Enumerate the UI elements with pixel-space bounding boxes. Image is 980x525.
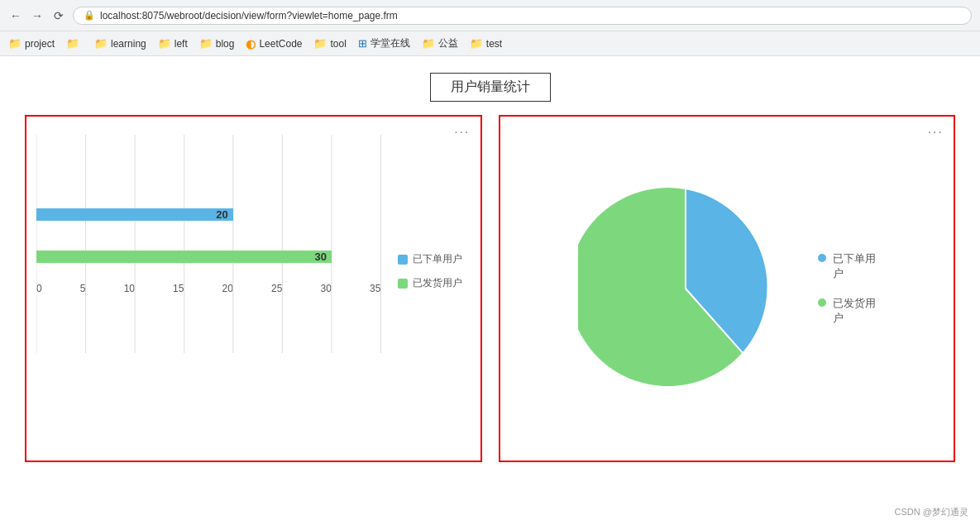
x-tick-25: 25 [271,283,282,294]
bookmark-label: test [486,38,502,50]
bar-value-2: 30 [314,251,326,263]
x-tick-10: 10 [124,283,135,294]
pie-legend-label-green: 已发货用户 [833,296,876,326]
bookmark-learning[interactable]: 📁 learning [94,37,146,50]
grid-svg [36,135,381,353]
pie-container: 已下单用户 已发货用户 [578,181,876,396]
forward-button[interactable]: → [30,8,45,23]
bookmark-leetcode[interactable]: ◐ LeetCode [246,37,302,50]
bookmark-label: project [25,38,55,50]
charts-row: ··· [25,115,955,462]
bookmark-label: learning [111,38,146,50]
bookmark-xuetang[interactable]: ⊞ 学堂在线 [358,36,410,50]
bar-value-1: 20 [216,208,227,221]
folder-icon: 📁 [66,37,79,50]
folder-icon: 📁 [199,37,213,50]
pie-legend: 已下单用户 已发货用户 [818,251,876,326]
legend-item-green: 已发货用户 [398,276,462,290]
bookmark-blog[interactable]: 📁 blog [199,37,235,50]
pie-legend-dot-green [818,298,826,307]
leet-icon: ◐ [246,37,256,50]
x-tick-20: 20 [222,283,233,294]
bar-row-1: 20 [36,208,381,221]
folder-icon: 📁 [470,37,483,50]
page-content: 用户销量统计 ··· [0,56,980,525]
bookmark-label: tool [330,38,346,50]
x-axis: 0 5 10 15 20 25 30 35 [36,283,381,294]
pie-svg [578,181,793,396]
pie-chart-menu[interactable]: ··· [928,125,944,140]
legend-item-blue: 已下单用户 [398,252,462,266]
legend-label-blue: 已下单用户 [413,252,462,266]
address-bar[interactable]: 🔒 localhost:8075/webroot/decision/view/f… [73,7,972,25]
folder-icon: 📁 [422,37,435,50]
bookmark-unnamed[interactable]: 📁 [66,37,83,50]
bar-chart-menu[interactable]: ··· [454,125,470,140]
x-tick-35: 35 [370,283,380,294]
bookmark-label: left [174,38,188,50]
browser-bar: ← → ⟳ 🔒 localhost:8075/webroot/decision/… [0,0,980,31]
folder-icon: 📁 [158,37,171,50]
x-tick-30: 30 [321,283,332,294]
grid-icon: ⊞ [358,37,367,50]
folder-icon: 📁 [313,37,327,50]
x-tick-15: 15 [173,283,184,294]
bookmark-label: 学堂在线 [370,36,410,50]
legend-dot-green [398,279,408,289]
back-button[interactable]: ← [8,8,23,23]
pie-legend-item-green: 已发货用户 [818,296,876,326]
bar-row-2: 30 [36,251,381,263]
legend-label-green: 已发货用户 [413,276,462,290]
watermark: CSDN @梦幻通灵 [895,506,968,518]
page-title: 用户销量统计 [430,73,551,102]
bookmark-label: blog [216,38,235,50]
bookmark-gongyi[interactable]: 📁 公益 [422,36,458,50]
bar-blue: 20 [36,208,233,221]
bar-legend: 已下单用户 已发货用户 [381,135,471,408]
bookmark-left[interactable]: 📁 left [158,37,188,50]
bookmark-project[interactable]: 📁 project [8,37,55,50]
bar-green: 30 [36,251,332,263]
pie-legend-dot-blue [818,254,826,262]
pie-legend-label-blue: 已下单用户 [833,251,876,281]
url-text: localhost:8075/webroot/decision/view/for… [100,10,398,21]
bookmark-label: 公益 [438,36,458,50]
pie-legend-item-blue: 已下单用户 [818,251,876,281]
folder-icon: 📁 [8,37,22,50]
x-tick-0: 0 [36,283,42,294]
folder-icon: 📁 [94,37,108,50]
refresh-button[interactable]: ⟳ [51,8,66,23]
bookmark-tool[interactable]: 📁 tool [313,37,346,50]
pie-chart-panel: ··· [499,115,956,462]
bookmark-label: LeetCode [259,38,302,50]
x-tick-5: 5 [80,283,86,294]
bar-chart-panel: ··· [25,115,482,462]
bookmarks-bar: 📁 project 📁 📁 learning 📁 left 📁 blog ◐ L… [0,31,980,56]
bar-chart-area: 20 30 0 5 10 [36,126,471,408]
legend-dot-blue [398,255,408,265]
page-title-box: 用户销量统计 [25,73,955,102]
bookmark-test[interactable]: 📁 test [470,37,502,50]
lock-icon: 🔒 [84,10,95,21]
bar-chart-main: 20 30 0 5 10 [36,135,381,408]
